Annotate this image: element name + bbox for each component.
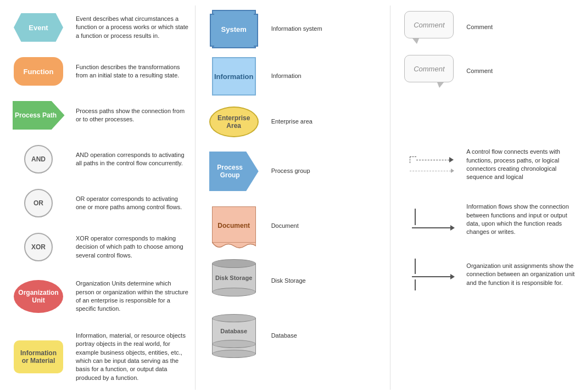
dashed-arrow-row2 — [410, 169, 454, 173]
or-description: OR operator corresponds to activating on… — [71, 195, 189, 212]
org-flow-shape-area — [396, 259, 462, 290]
legend-row-or: OR OR operator corresponds to activating… — [0, 181, 195, 225]
info-flow-arrow — [404, 209, 455, 231]
xor-shape: XOR — [24, 233, 53, 261]
legend-row-document: Document Document — [196, 199, 390, 254]
information-description: Information — [267, 72, 385, 80]
org-unit-shape: Organization Unit — [14, 280, 63, 313]
event-label: Event — [29, 24, 48, 32]
dashed-arrow-row1 — [410, 156, 454, 163]
database-description: Database — [267, 332, 385, 340]
comment1-text: Comment — [414, 21, 444, 29]
column-2: System Information system Information In… — [196, 5, 391, 390]
arrow-group — [404, 156, 454, 173]
arrow-head-thin — [451, 169, 454, 173]
database-shape: Database — [212, 314, 256, 358]
information-shape: Information — [212, 57, 256, 96]
column-1: Event Event describes what circumstances… — [0, 5, 196, 390]
function-shape: Function — [14, 57, 63, 86]
org-elbow-vertical — [415, 259, 416, 274]
dashed-box-corner — [410, 156, 416, 163]
elbow-h-line — [412, 227, 450, 228]
cylinder-bottom — [212, 288, 256, 296]
and-label: AND — [31, 155, 46, 163]
enterprise-area-shape-area: Enterprise Area — [201, 107, 267, 137]
legend-row-control-flow: A control flow connects events with func… — [390, 137, 586, 192]
disk-storage-shape-area: Disk Storage — [201, 259, 267, 303]
org-unit-label: Organization Unit — [16, 289, 60, 304]
legend-row-comment1: Comment Comment — [390, 5, 586, 49]
dashed-line-thin — [410, 171, 451, 171]
event-shape-area: Event — [5, 13, 71, 42]
control-flow-description: A control flow connects events with func… — [462, 148, 581, 182]
org-elbow-vertical2 — [415, 279, 416, 290]
control-flow-shape-area — [396, 156, 462, 173]
and-shape-area: AND — [5, 145, 71, 173]
information-label: Information — [214, 72, 254, 81]
legend-row-process-group: Process Group Process group — [196, 144, 390, 199]
comment1-shape: Comment — [404, 11, 454, 44]
database-label: Database — [220, 328, 247, 334]
process-path-label: Process Path — [15, 111, 57, 119]
org-flow-arrow — [404, 259, 455, 290]
legend-row-and: AND AND operation corresponds to activat… — [0, 137, 195, 181]
and-description: AND operation corresponds to activating … — [71, 151, 189, 168]
elbow-vertical — [415, 209, 416, 225]
enterprise-area-label: Enterprise Area — [213, 114, 255, 130]
comment1-description: Comment — [462, 23, 581, 31]
org-elbow-container — [412, 259, 455, 290]
legend-row-process-path: Process Path Process paths show the conn… — [0, 93, 195, 137]
comment2-bubble: Comment — [404, 55, 454, 82]
document-label-text: Document — [217, 222, 250, 229]
disk-storage-shape: Disk Storage — [212, 259, 256, 303]
database-shape-area: Database — [201, 314, 267, 358]
db-cylinder-top — [212, 314, 256, 322]
process-group-label: Process Group — [209, 164, 251, 179]
process-group-shape-area: Process Group — [201, 152, 267, 191]
xor-description: XOR operator corresponds to making decis… — [71, 234, 189, 260]
info-material-label: Information or Material — [16, 349, 60, 365]
process-group-description: Process group — [267, 167, 385, 175]
info-flow-description: Information flows show the connection be… — [462, 203, 581, 237]
info-material-shape: Information or Material — [14, 340, 63, 373]
legend-row-information: Information Information — [196, 53, 390, 100]
and-shape: AND — [24, 145, 53, 173]
system-description: Information system — [267, 25, 385, 33]
event-description: Event describes what circumstances a fun… — [71, 15, 189, 40]
legend-row-function: Function Function describes the transfor… — [0, 49, 195, 93]
or-shape-area: OR — [5, 189, 71, 217]
document-wave — [212, 242, 256, 250]
xor-shape-area: XOR — [5, 233, 71, 261]
function-label: Function — [24, 68, 54, 76]
org-elbow-h-line — [412, 276, 450, 277]
legend-row-enterprise-area: Enterprise Area Enterprise area — [196, 100, 390, 144]
elbow-arrow-head — [450, 225, 455, 231]
info-flow-shape-area — [396, 209, 462, 231]
elbow-container — [412, 209, 455, 231]
column-3: Comment Comment Comment Comment — [390, 5, 586, 390]
or-shape: OR — [24, 189, 53, 217]
spacer-row — [390, 93, 586, 137]
legend-row-org-unit: Organization Unit Organization Units det… — [0, 269, 195, 324]
system-shape: System — [212, 10, 256, 48]
disk-storage-description: Disk Storage — [267, 277, 385, 285]
legend-row-xor: XOR XOR operator corresponds to making d… — [0, 225, 195, 269]
cylinder-top — [212, 259, 256, 268]
org-elbow-horizontal — [412, 274, 455, 279]
information-shape-area: Information — [201, 57, 267, 96]
xor-label: XOR — [31, 243, 46, 251]
disk-storage-label: Disk Storage — [215, 275, 252, 281]
comment1-shape-area: Comment — [396, 11, 462, 44]
org-elbow-arrow-head — [450, 274, 455, 279]
comment2-text: Comment — [414, 65, 444, 73]
elbow-horizontal — [412, 225, 455, 231]
db-cylinder-bottom — [212, 350, 256, 358]
comment1-tail — [412, 38, 419, 44]
legend-row-event: Event Event describes what circumstances… — [0, 5, 195, 49]
document-shape: Document — [212, 206, 256, 246]
process-path-shape: Process Path — [13, 101, 65, 130]
dashed-line-h — [416, 160, 449, 160]
org-unit-shape-area: Organization Unit — [5, 280, 71, 313]
legend-row-comment2: Comment Comment — [390, 49, 586, 93]
function-shape-area: Function — [5, 57, 71, 86]
